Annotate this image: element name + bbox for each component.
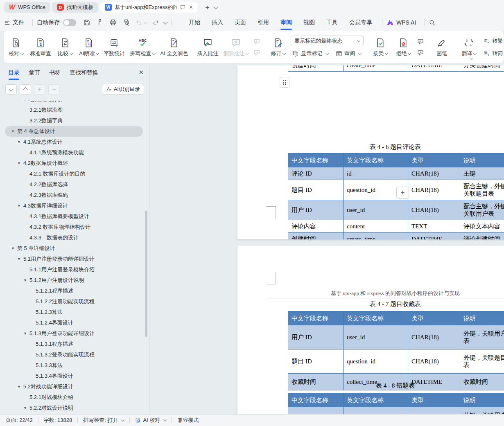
toc-expand-arrow-icon[interactable]: ▼ bbox=[17, 385, 23, 389]
toc-item[interactable]: ▼4.2.2数据库选择 bbox=[0, 179, 145, 190]
previous-change-button[interactable] bbox=[416, 37, 425, 46]
table-cell[interactable]: 用户 ID bbox=[288, 325, 344, 349]
tab-member[interactable]: 会员专享 bbox=[344, 14, 378, 31]
autosave-toggle[interactable] bbox=[63, 19, 76, 26]
print-icon[interactable] bbox=[109, 19, 117, 26]
toc-item[interactable]: ▼5.1.3.4界面设计 bbox=[0, 371, 145, 381]
toc-expand-arrow-icon[interactable]: ▼ bbox=[23, 406, 29, 410]
tab-view[interactable]: 视图 bbox=[298, 14, 321, 31]
toc-item[interactable]: ▼5.2.1对战模块介绍 bbox=[0, 392, 145, 403]
toc-item[interactable]: ▼4.3数据库详细设计 bbox=[0, 201, 145, 211]
compare-button[interactable]: 比较 bbox=[54, 35, 77, 59]
tab-reference[interactable]: 引用 bbox=[252, 14, 275, 31]
toc-item[interactable]: ▼第 4 章总体设计 bbox=[5, 126, 143, 137]
word-count-indicator[interactable]: 字数: 13828 bbox=[44, 417, 72, 424]
toc-item[interactable]: ▼5.1用户注册登录功能详细设计 bbox=[0, 254, 145, 264]
table-cell[interactable]: 分类创建时间 bbox=[460, 65, 504, 72]
toc-expand-arrow-icon[interactable]: ▼ bbox=[11, 129, 17, 133]
translate-button[interactable]: 文A 翻译 bbox=[457, 35, 480, 59]
toc-expand-arrow-icon[interactable]: ▼ bbox=[23, 331, 29, 336]
toc-item[interactable]: ▼3.2数据流程分析 bbox=[0, 101, 145, 105]
table-cell[interactable]: CHAR(18) bbox=[408, 200, 460, 220]
tab-home[interactable]: 开始 bbox=[183, 14, 206, 31]
table-cell[interactable]: CHAR(18) bbox=[408, 325, 460, 349]
tab-list-chevron-icon[interactable] bbox=[213, 5, 218, 9]
table-cell[interactable]: user_id bbox=[344, 325, 408, 349]
toc-next-button[interactable] bbox=[5, 84, 17, 95]
toc-item[interactable]: ▼5.1.3.3算法 bbox=[0, 360, 145, 371]
word-count-button[interactable]: 12 字数统计 bbox=[101, 35, 127, 59]
toc-previous-button[interactable] bbox=[20, 84, 31, 95]
toc-item[interactable]: ▼5.2对战功能详细设计 bbox=[0, 381, 145, 392]
toc-item[interactable]: ▼4.3.1数据库概要模型设计 bbox=[0, 211, 145, 222]
toc-item[interactable]: ▼4.1系统总体设计 bbox=[0, 137, 145, 147]
tab-tools[interactable]: 工具 bbox=[321, 14, 344, 31]
table-cell[interactable]: 用户 ID bbox=[288, 200, 344, 220]
table-cell[interactable]: 配合主键，外键 关联题目表 bbox=[460, 180, 504, 200]
toc-item[interactable]: ▼5.1.1用户注册登录模块介绍 bbox=[0, 264, 145, 275]
sidebar-scrollbar-thumb[interactable] bbox=[145, 211, 147, 337]
ai-proofread-status[interactable]: AI 校对 bbox=[135, 417, 166, 424]
table-cell[interactable]: 用户 ID bbox=[288, 407, 344, 415]
toc-expand-button[interactable]: ＋ bbox=[34, 84, 45, 95]
next-change-button[interactable] bbox=[416, 48, 425, 57]
tab-insert[interactable]: 插入 bbox=[206, 14, 229, 31]
redo-icon[interactable] bbox=[152, 19, 159, 26]
toc-item[interactable]: ▼5.1.2.2注册功能实现流程 bbox=[0, 296, 145, 307]
table-cell[interactable]: DATETIME bbox=[408, 65, 460, 72]
save-icon[interactable] bbox=[83, 19, 90, 26]
undo-chevron-icon[interactable] bbox=[144, 20, 147, 24]
wps-ai-button[interactable]: WPS AI bbox=[386, 19, 416, 26]
table-add-row-button[interactable]: ＋ bbox=[396, 187, 409, 198]
ai-polish-button[interactable]: AI 全文润色 bbox=[158, 35, 190, 59]
document-page-22[interactable]: 创建时间create_timeDATETIME分类创建时间 表 4 - 6 题目… bbox=[237, 65, 504, 239]
ink-brush-button[interactable]: 画笔 bbox=[430, 35, 453, 59]
table-cell[interactable]: CHAR(18) bbox=[408, 407, 460, 415]
table-cell[interactable]: 创建时间 bbox=[288, 65, 344, 72]
table-cell[interactable]: CHAR(18) bbox=[408, 167, 460, 180]
app-tab-docer[interactable]: D 找稻壳模板 bbox=[52, 2, 98, 13]
page-indicator[interactable]: 页面: 22/42 bbox=[6, 417, 33, 424]
insert-comment-button[interactable]: 插入批注 bbox=[194, 35, 221, 59]
toc-expand-arrow-icon[interactable]: ▼ bbox=[17, 101, 23, 101]
toc-item[interactable]: ▼4.1.1系统预测模块功能 bbox=[0, 147, 145, 158]
toc-item[interactable]: ▼5.2.2对战设计说明 bbox=[0, 403, 145, 413]
toc-expand-arrow-icon[interactable]: ▼ bbox=[23, 278, 29, 282]
toc-collapse-button[interactable]: － bbox=[48, 84, 60, 95]
new-tab-button[interactable]: ＋ bbox=[204, 2, 211, 12]
table-cell[interactable]: CHAR(18) bbox=[408, 349, 460, 374]
to-traditional-button[interactable]: 简 转繁 bbox=[481, 36, 504, 46]
table-cell[interactable]: create_time bbox=[344, 65, 408, 72]
toc-expand-arrow-icon[interactable]: ▼ bbox=[17, 204, 23, 208]
undo-icon[interactable] bbox=[136, 19, 147, 26]
quick-access-chevron-icon[interactable] bbox=[163, 20, 167, 24]
table-cell[interactable]: 题目 ID bbox=[288, 180, 344, 200]
table-cell[interactable]: create_time bbox=[344, 233, 408, 240]
next-comment-button[interactable] bbox=[252, 48, 261, 57]
spell-check-button[interactable]: ABC 拼写检查 bbox=[127, 35, 158, 59]
sidebar-tab-bookmarks[interactable]: 书签 bbox=[49, 69, 61, 79]
sidebar-close-icon[interactable]: ✕ bbox=[138, 69, 144, 76]
file-menu[interactable]: 文件 bbox=[4, 19, 24, 26]
table-cell[interactable]: 配合主键，外键 关联用户表 bbox=[460, 200, 504, 220]
table-cell[interactable]: 主键 bbox=[460, 167, 504, 180]
toc-item[interactable]: ▼5.1.2.1程序描述 bbox=[0, 286, 145, 296]
export-pdf-icon[interactable] bbox=[96, 19, 104, 26]
search-icon[interactable] bbox=[429, 19, 436, 26]
table-cell[interactable]: 评论创建时间 bbox=[460, 233, 504, 240]
review-pane-button[interactable]: 审阅 bbox=[334, 48, 363, 59]
toc-item[interactable]: ▼4.2数据库设计概述 bbox=[0, 158, 145, 169]
sidebar-tab-find-replace[interactable]: 查找和替换 bbox=[70, 69, 98, 79]
table-cell[interactable]: user_id bbox=[344, 407, 408, 415]
toc-item[interactable]: ▼4.3.3 数据表的设计 bbox=[0, 232, 145, 243]
sidebar-tab-chapters[interactable]: 章节 bbox=[29, 69, 40, 79]
delete-comment-button[interactable]: 删除批注 bbox=[221, 35, 251, 59]
table-cell[interactable]: 外键，关联用户表 bbox=[460, 407, 504, 415]
close-tab-icon[interactable]: ✕ bbox=[189, 4, 193, 10]
toc-item[interactable]: ▼3.2.1数据流图 bbox=[0, 105, 145, 115]
toc-item[interactable]: ▼4.3.2 数据库物理结构设计 bbox=[0, 222, 145, 232]
document-page-23[interactable]: 基于 uni-app 和 Express 的问答对战小程序的设计与实现 表 4 … bbox=[237, 246, 504, 414]
table-cell[interactable]: question_id bbox=[344, 349, 408, 374]
toc-item[interactable]: ▼第 5 章详细设计 bbox=[0, 243, 145, 254]
track-changes-button[interactable]: 修订 bbox=[267, 35, 289, 59]
